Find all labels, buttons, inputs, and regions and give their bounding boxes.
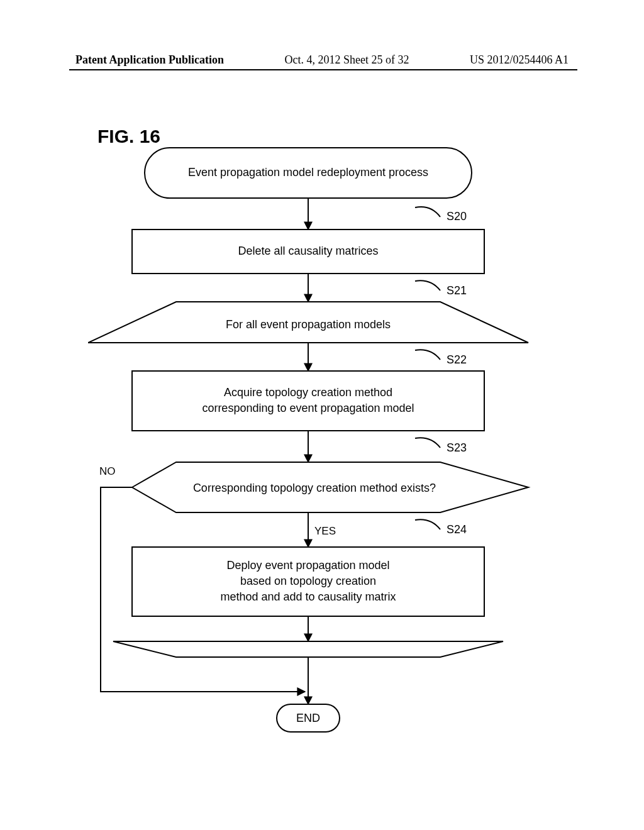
step-label-s23: S23	[447, 441, 467, 454]
node-s24-text-l1: Deploy event propagation model	[226, 559, 389, 572]
header-right: US 2012/0254406 A1	[470, 53, 569, 67]
node-s21-loopstart: For all event propagation models	[88, 302, 528, 343]
node-s24: Deploy event propagation model based on …	[132, 547, 484, 616]
node-s20-text: Delete all causality matrices	[238, 245, 378, 257]
node-s20: Delete all causality matrices	[132, 230, 484, 274]
step-label-s22: S22	[447, 353, 467, 366]
callout	[415, 438, 440, 448]
node-loopend	[113, 641, 503, 657]
node-s24-text-l3: method and add to causality matrix	[220, 590, 396, 603]
node-start-text: Event propagation model redeployment pro…	[188, 166, 428, 179]
node-s24-text-l2: based on topology creation	[240, 575, 376, 587]
header-center: Oct. 4, 2012 Sheet 25 of 32	[285, 53, 409, 67]
step-label-s21: S21	[447, 284, 467, 297]
flowchart: Event propagation model redeployment pro…	[88, 141, 566, 745]
header-left: Patent Application Publication	[75, 53, 224, 67]
svg-marker-5	[113, 641, 503, 657]
svg-rect-2	[132, 371, 484, 431]
callout	[415, 280, 440, 290]
node-s23-text: Corresponding topology creation method e…	[193, 482, 436, 494]
page-header: Patent Application Publication Oct. 4, 2…	[0, 53, 644, 67]
branch-yes: YES	[314, 525, 336, 537]
node-s22: Acquire topology creation method corresp…	[132, 371, 484, 431]
node-end-text: END	[296, 712, 320, 724]
node-end: END	[277, 704, 340, 732]
step-label-s20: S20	[447, 210, 467, 223]
branch-no: NO	[99, 465, 116, 477]
node-s22-text-l1: Acquire topology creation method	[224, 386, 392, 399]
header-rule	[69, 69, 577, 70]
node-s21-text: For all event propagation models	[226, 318, 391, 331]
callout	[415, 519, 440, 529]
callout	[415, 350, 440, 360]
node-start: Event propagation model redeployment pro…	[145, 148, 472, 198]
callout	[415, 207, 440, 217]
step-label-s24: S24	[447, 523, 467, 536]
node-s23-decision: Corresponding topology creation method e…	[132, 462, 528, 512]
node-s22-text-l2: corresponding to event propagation model	[202, 402, 414, 414]
